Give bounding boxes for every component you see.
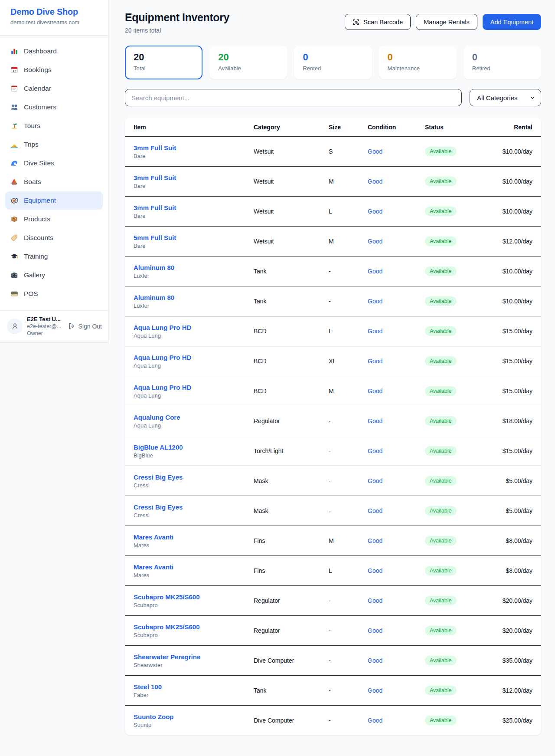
sidebar-item-training[interactable]: Training xyxy=(5,247,103,266)
size-cell: M xyxy=(329,388,368,394)
item-name-link[interactable]: Aqua Lung Pro HD xyxy=(134,324,254,331)
sidebar-item-gallery[interactable]: Gallery xyxy=(5,266,103,284)
status-badge: Available xyxy=(425,296,457,306)
item-name-link[interactable]: Aluminum 80 xyxy=(134,264,254,271)
condition-link[interactable]: Good xyxy=(368,178,382,185)
sidebar-item-label: Customers xyxy=(24,103,56,111)
condition-link[interactable]: Good xyxy=(368,717,382,724)
condition-link[interactable]: Good xyxy=(368,388,382,394)
item-name-link[interactable]: Suunto Zoop xyxy=(134,713,254,720)
item-name-link[interactable]: Mares Avanti xyxy=(134,533,254,541)
status-badge: Available xyxy=(425,656,457,665)
condition-link[interactable]: Good xyxy=(368,208,382,215)
sidebar-item-trips[interactable]: Trips xyxy=(5,135,103,154)
condition-link[interactable]: Good xyxy=(368,507,382,514)
status-badge: Available xyxy=(425,356,457,366)
sidebar-item-products[interactable]: Products xyxy=(5,210,103,228)
sidebar-item-label: Dive Sites xyxy=(24,159,54,167)
column-header-category: Category xyxy=(254,124,329,131)
wave-icon xyxy=(10,159,18,167)
item-name-link[interactable]: 3mm Full Suit xyxy=(134,204,254,211)
item-name-link[interactable]: BigBlue AL1200 xyxy=(134,444,254,451)
brand-name[interactable]: Demo Dive Shop xyxy=(10,7,98,17)
table-row: Scubapro MK25/S600 Scubapro Regulator - … xyxy=(125,586,541,616)
condition-link[interactable]: Good xyxy=(368,597,382,604)
condition-link[interactable]: Good xyxy=(368,298,382,305)
condition-link[interactable]: Good xyxy=(368,567,382,574)
condition-link[interactable]: Good xyxy=(368,417,382,424)
item-brand: Faber xyxy=(134,692,254,698)
stat-card-retired[interactable]: 0 Retired xyxy=(464,46,541,79)
condition-link[interactable]: Good xyxy=(368,657,382,664)
item-name-link[interactable]: 3mm Full Suit xyxy=(134,174,254,181)
item-name-link[interactable]: Aqua Lung Pro HD xyxy=(134,384,254,391)
sidebar-item-pos[interactable]: POS xyxy=(5,285,103,303)
sidebar-item-tours[interactable]: Tours xyxy=(5,117,103,135)
condition-link[interactable]: Good xyxy=(368,627,382,634)
sidebar-item-dashboard[interactable]: Dashboard xyxy=(5,42,103,60)
size-cell: - xyxy=(329,298,368,305)
sidebar-item-label: Gallery xyxy=(24,271,45,279)
item-name-link[interactable]: Aqua Lung Pro HD xyxy=(134,354,254,361)
condition-link[interactable]: Good xyxy=(368,148,382,155)
stat-card-available[interactable]: 20 Available xyxy=(209,46,287,79)
condition-link[interactable]: Good xyxy=(368,268,382,275)
sidebar-item-label: Equipment xyxy=(24,197,56,204)
stat-card-total[interactable]: 20 Total xyxy=(125,46,202,79)
item-name-link[interactable]: Cressi Big Eyes xyxy=(134,473,254,481)
item-name-link[interactable]: Shearwater Peregrine xyxy=(134,653,254,661)
size-cell: - xyxy=(329,717,368,724)
add-equipment-button[interactable]: Add Equipment xyxy=(483,14,541,30)
condition-link[interactable]: Good xyxy=(368,537,382,544)
status-badge: Available xyxy=(425,177,457,186)
condition-link[interactable]: Good xyxy=(368,447,382,454)
sidebar-item-label: Tours xyxy=(24,122,40,130)
item-cell: 5mm Full Suit Bare xyxy=(134,234,254,249)
stat-card-rented[interactable]: 0 Rented xyxy=(294,46,372,79)
item-name-link[interactable]: 5mm Full Suit xyxy=(134,234,254,241)
status-badge: Available xyxy=(425,596,457,605)
sidebar-item-bookings[interactable]: 17 Bookings xyxy=(5,61,103,79)
bar-chart-icon xyxy=(10,47,18,55)
manage-rentals-button[interactable]: Manage Rentals xyxy=(416,14,477,30)
item-name-link[interactable]: Scubapro MK25/S600 xyxy=(134,593,254,601)
category-select[interactable]: All Categories xyxy=(470,89,541,106)
item-name-link[interactable]: Mares Avanti xyxy=(134,563,254,571)
item-name-link[interactable]: Steel 100 xyxy=(134,683,254,690)
table-row: Suunto Zoop Suunto Dive Computer - Good … xyxy=(125,706,541,735)
item-brand: Scubapro xyxy=(134,632,254,638)
status-badge: Available xyxy=(425,626,457,635)
scan-barcode-button[interactable]: Scan Barcode xyxy=(345,14,411,30)
item-name-link[interactable]: 3mm Full Suit xyxy=(134,144,254,151)
items-total-count: 20 items total xyxy=(125,27,229,34)
size-cell: L xyxy=(329,208,368,215)
item-brand: Suunto xyxy=(134,722,254,728)
item-cell: Aluminum 80 Luxfer xyxy=(134,264,254,279)
item-name-link[interactable]: Aqualung Core xyxy=(134,414,254,421)
stat-card-maintenance[interactable]: 0 Maintenance xyxy=(379,46,457,79)
sidebar-item-calendar[interactable]: Calendar xyxy=(5,79,103,98)
user-email: e2e-tester@... xyxy=(27,323,61,329)
condition-link[interactable]: Good xyxy=(368,358,382,365)
condition-link[interactable]: Good xyxy=(368,328,382,335)
item-cell: Mares Avanti Mares xyxy=(134,533,254,549)
condition-link[interactable]: Good xyxy=(368,477,382,484)
sidebar-item-discounts[interactable]: Discounts xyxy=(5,229,103,247)
rental-price: $25.00/day xyxy=(490,717,532,724)
sidebar-item-boats[interactable]: Boats xyxy=(5,173,103,191)
item-cell: Steel 100 Faber xyxy=(134,683,254,698)
item-name-link[interactable]: Aluminum 80 xyxy=(134,294,254,301)
sidebar-item-equipment[interactable]: Equipment xyxy=(5,191,103,210)
status-badge: Available xyxy=(425,266,457,276)
sidebar-item-customers[interactable]: Customers xyxy=(5,98,103,116)
item-name-link[interactable]: Scubapro MK25/S600 xyxy=(134,623,254,631)
search-input[interactable] xyxy=(125,89,462,106)
condition-link[interactable]: Good xyxy=(368,238,382,245)
size-cell: M xyxy=(329,537,368,544)
sign-out-button[interactable]: Sign Out xyxy=(68,322,102,330)
brand-domain: demo.test.divestreams.com xyxy=(10,19,98,26)
status-badge: Available xyxy=(425,446,457,456)
condition-link[interactable]: Good xyxy=(368,687,382,694)
item-name-link[interactable]: Cressi Big Eyes xyxy=(134,503,254,511)
sidebar-item-dive-sites[interactable]: Dive Sites xyxy=(5,154,103,172)
